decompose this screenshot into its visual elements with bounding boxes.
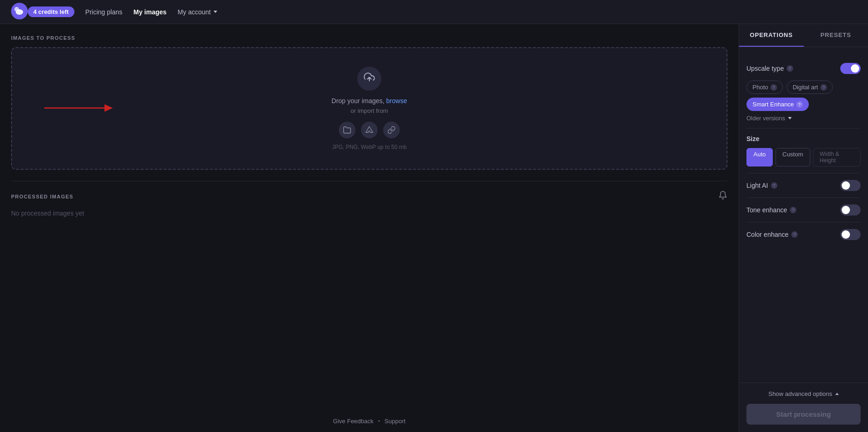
google-drive-import-icon[interactable]: [361, 122, 378, 138]
processed-header: PROCESSED IMAGES: [11, 191, 727, 202]
images-section-title: IMAGES TO PROCESS: [11, 35, 727, 41]
content-area: IMAGES TO PROCESS: [0, 24, 739, 432]
upscale-pills: Photo ? Digital art ? Smart Enhance ?: [746, 80, 861, 111]
show-advanced-options-button[interactable]: Show advanced options: [746, 390, 861, 397]
folder-import-icon[interactable]: [339, 122, 355, 138]
logo[interactable]: [11, 3, 28, 21]
tab-operations[interactable]: OPERATIONS: [739, 24, 804, 47]
size-width-height-pill[interactable]: Width & Height: [813, 148, 861, 167]
digital-art-pill-label: Digital art: [793, 84, 818, 91]
sidebar: OPERATIONS PRESETS Upscale type ?: [739, 24, 868, 432]
tone-enhance-row: Tone enhance ?: [746, 198, 861, 222]
upscale-info-icon[interactable]: ?: [787, 65, 793, 72]
tab-presets[interactable]: PRESETS: [804, 24, 868, 47]
photo-pill-label: Photo: [752, 84, 768, 91]
header-nav: 4 credits left Pricing plans My images M…: [28, 6, 217, 17]
upscale-label-text: Upscale type: [746, 65, 784, 72]
photo-pill[interactable]: Photo ?: [746, 80, 783, 94]
tone-enhance-info-icon[interactable]: ?: [790, 207, 796, 213]
images-to-process-section: IMAGES TO PROCESS: [11, 35, 727, 181]
color-enhance-row: Color enhance ?: [746, 222, 861, 247]
main-layout: IMAGES TO PROCESS: [0, 24, 868, 432]
arrow-annotation: [40, 99, 114, 118]
light-ai-toggle[interactable]: [840, 180, 861, 191]
footer-dot: •: [378, 418, 380, 425]
drop-text-start: Drop your images,: [331, 97, 384, 105]
sidebar-content: Upscale type ? Photo ? Digi: [739, 47, 868, 383]
smart-enhance-pill-label: Smart Enhance: [752, 101, 794, 108]
show-advanced-label: Show advanced options: [768, 390, 832, 397]
digital-art-pill[interactable]: Digital art ?: [787, 80, 833, 94]
feedback-link[interactable]: Give Feedback: [333, 418, 373, 425]
tone-enhance-label: Tone enhance ?: [746, 206, 796, 214]
light-ai-info-icon[interactable]: ?: [771, 182, 777, 189]
photo-info-icon[interactable]: ?: [770, 84, 777, 91]
show-advanced-chevron-icon: [835, 393, 839, 395]
light-ai-row: Light AI ?: [746, 173, 861, 198]
dropzone[interactable]: Drop your images, browse or import from: [11, 47, 727, 170]
color-enhance-label-text: Color enhance: [746, 231, 789, 238]
tone-enhance-toggle[interactable]: [840, 204, 861, 216]
upscale-type-section: Upscale type ? Photo ? Digi: [746, 56, 861, 129]
size-pills: Auto Custom Width & Height: [746, 148, 861, 167]
footer: Give Feedback • Support: [11, 410, 727, 432]
support-link[interactable]: Support: [385, 418, 406, 425]
browse-link[interactable]: browse: [386, 97, 407, 105]
older-versions-button[interactable]: Older versions: [746, 115, 861, 122]
header: 4 credits left Pricing plans My images M…: [0, 0, 868, 24]
upscale-type-toggle[interactable]: [840, 63, 861, 74]
size-section: Size Auto Custom Width & Height: [746, 129, 861, 173]
url-import-icon[interactable]: [383, 122, 400, 138]
light-ai-label-text: Light AI: [746, 182, 768, 189]
size-label: Size: [746, 135, 861, 142]
drop-text-sub: or import from: [351, 107, 388, 114]
import-icons-row: [339, 122, 400, 138]
older-versions-label: Older versions: [746, 115, 785, 122]
sidebar-tabs: OPERATIONS PRESETS: [739, 24, 868, 47]
color-enhance-toggle[interactable]: [840, 229, 861, 240]
my-account-label: My account: [177, 8, 211, 16]
my-account-button[interactable]: My account: [177, 8, 217, 16]
upload-cloud-icon: [364, 72, 375, 86]
pricing-plans-link[interactable]: Pricing plans: [86, 8, 122, 16]
size-custom-pill[interactable]: Custom: [776, 148, 810, 167]
digital-art-info-icon[interactable]: ?: [820, 84, 827, 91]
upscale-header: Upscale type ?: [746, 63, 861, 74]
upscale-type-label: Upscale type ?: [746, 65, 793, 72]
credits-badge[interactable]: 4 credits left: [28, 6, 74, 17]
size-auto-pill[interactable]: Auto: [746, 148, 773, 167]
no-images-text: No processed images yet: [11, 210, 727, 217]
chevron-down-icon: [214, 11, 217, 13]
processed-section-title: PROCESSED IMAGES: [11, 194, 73, 199]
color-enhance-info-icon[interactable]: ?: [791, 231, 798, 238]
tone-enhance-label-text: Tone enhance: [746, 206, 787, 214]
bell-icon[interactable]: [718, 191, 727, 202]
svg-point-2: [14, 7, 19, 12]
svg-marker-4: [104, 104, 113, 111]
older-versions-chevron-icon: [788, 117, 792, 119]
file-types-label: JPG, PNG, WebP up to 50 mb: [332, 144, 407, 150]
color-enhance-label: Color enhance ?: [746, 231, 798, 238]
light-ai-label: Light AI ?: [746, 182, 777, 189]
smart-enhance-pill[interactable]: Smart Enhance ?: [746, 98, 809, 111]
smart-enhance-info-icon[interactable]: ?: [796, 101, 803, 108]
my-images-link[interactable]: My images: [134, 8, 167, 16]
processed-images-section: PROCESSED IMAGES No processed images yet: [11, 181, 727, 217]
drop-text: Drop your images, browse: [331, 97, 407, 105]
start-processing-button[interactable]: Start processing: [746, 404, 861, 425]
upload-icon-wrapper: [357, 67, 381, 91]
sidebar-bottom: Show advanced options Start processing: [739, 383, 868, 432]
